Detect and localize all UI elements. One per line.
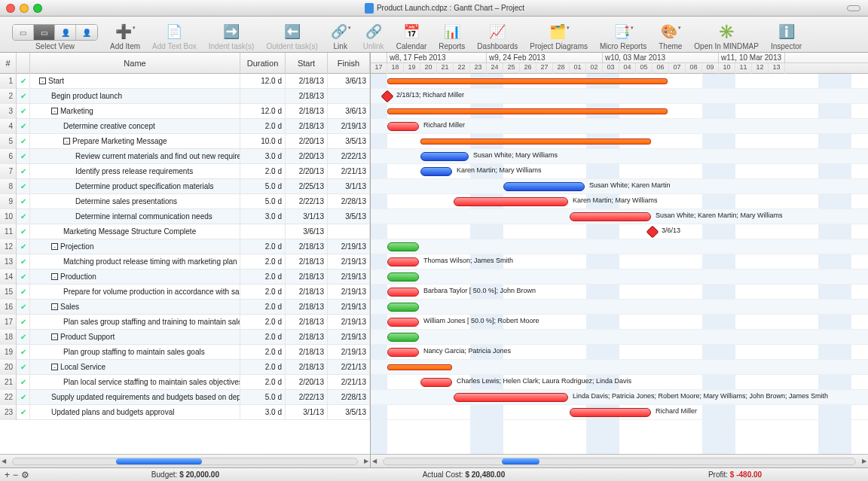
gantt-bar[interactable] xyxy=(387,348,419,357)
task-name-cell[interactable]: Determine product specification material… xyxy=(30,179,240,194)
finish-cell[interactable]: 3/6/13 xyxy=(328,74,370,89)
theme-button[interactable]: 🎨▾ Theme xyxy=(659,17,682,50)
start-cell[interactable]: 2/25/13 xyxy=(286,179,328,194)
start-cell[interactable]: 2/18/13 xyxy=(286,254,328,269)
task-name-cell[interactable]: Matching product release timing with mar… xyxy=(30,254,240,269)
task-row[interactable]: 21✔Plan local service staffing to mainta… xyxy=(0,375,370,390)
gantt-bar[interactable] xyxy=(387,364,452,370)
task-name-cell[interactable]: -Prepare Marketing Message xyxy=(30,134,240,149)
start-cell[interactable]: 2/18/13 xyxy=(286,239,328,254)
task-name-cell[interactable]: -Start xyxy=(30,74,240,89)
gantt-bar[interactable] xyxy=(387,333,419,342)
col-start[interactable]: Start xyxy=(286,53,328,74)
minimize-window-button[interactable] xyxy=(20,4,29,13)
duration-cell[interactable]: 2.0 d xyxy=(240,375,286,390)
finish-cell[interactable]: 2/28/13 xyxy=(328,390,370,405)
task-row[interactable]: 4✔Determine creative concept2.0 d2/18/13… xyxy=(0,119,370,134)
start-cell[interactable]: 2/22/13 xyxy=(286,390,328,405)
task-name-cell[interactable]: -Sales xyxy=(30,300,240,315)
add-item-button[interactable]: ➕▾ Add Item xyxy=(110,17,140,50)
task-name-cell[interactable]: -Marketing xyxy=(30,104,240,119)
task-row[interactable]: 11✔Marketing Message Structure Complete3… xyxy=(0,224,370,239)
task-name-cell[interactable]: Plan group staffing to maintain sales go… xyxy=(30,345,240,360)
duration-cell[interactable]: 5.0 d xyxy=(240,179,286,194)
finish-cell[interactable]: 3/6/13 xyxy=(328,104,370,119)
task-name-cell[interactable]: Begin product launch xyxy=(30,89,240,104)
finish-cell[interactable] xyxy=(328,89,370,104)
gantt-bar[interactable] xyxy=(454,197,568,206)
gantt-bar[interactable] xyxy=(454,393,568,402)
duration-cell[interactable] xyxy=(240,224,286,239)
outline-toggle[interactable]: - xyxy=(51,303,58,310)
finish-cell[interactable]: 3/5/13 xyxy=(328,134,370,149)
task-row[interactable]: 17✔Plan sales group staffing and trainin… xyxy=(0,315,370,330)
duration-cell[interactable]: 2.0 d xyxy=(240,239,286,254)
outline-toggle[interactable]: - xyxy=(51,243,58,250)
duration-cell[interactable]: 2.0 d xyxy=(240,330,286,345)
task-row[interactable]: 7✔Identify press release requirements2.0… xyxy=(0,164,370,179)
link-button[interactable]: 🔗▾ Link xyxy=(330,17,351,50)
calendar-button[interactable]: 📅 Calendar xyxy=(396,17,427,50)
start-cell[interactable]: 2/18/13 xyxy=(286,119,328,134)
gantt-bar[interactable] xyxy=(387,108,668,114)
task-row[interactable]: 20✔-Local Service2.0 d2/18/132/21/13 xyxy=(0,360,370,375)
start-cell[interactable]: 3/1/13 xyxy=(286,405,328,420)
start-cell[interactable]: 2/18/13 xyxy=(286,345,328,360)
task-row[interactable]: 13✔Matching product release timing with … xyxy=(0,254,370,269)
task-name-cell[interactable]: Plan sales group staffing and training t… xyxy=(30,315,240,330)
start-cell[interactable]: 2/20/13 xyxy=(286,149,328,164)
duration-cell[interactable]: 12.0 d xyxy=(240,74,286,89)
start-cell[interactable]: 2/22/13 xyxy=(286,194,328,209)
duration-cell[interactable]: 2.0 d xyxy=(240,254,286,269)
task-name-cell[interactable]: -Projection xyxy=(30,239,240,254)
start-cell[interactable]: 2/18/13 xyxy=(286,89,328,104)
finish-cell[interactable]: 2/19/13 xyxy=(328,345,370,360)
duration-cell[interactable]: 2.0 d xyxy=(240,300,286,315)
duration-cell[interactable]: 3.0 d xyxy=(240,405,286,420)
horizontal-scrollbar[interactable] xyxy=(12,458,358,465)
col-name[interactable]: Name xyxy=(30,53,240,74)
start-cell[interactable]: 2/18/13 xyxy=(286,300,328,315)
finish-cell[interactable]: 3/5/13 xyxy=(328,405,370,420)
settings-gear-icon[interactable]: ⚙ xyxy=(21,470,29,480)
outline-toggle[interactable]: - xyxy=(51,108,58,114)
indent-button[interactable]: ➡️ Indent task(s) xyxy=(209,17,255,50)
scroll-right-arrow[interactable]: ▶ xyxy=(362,458,370,464)
task-row[interactable]: 19✔Plan group staffing to maintain sales… xyxy=(0,345,370,360)
micro-reports-button[interactable]: 📑▾ Micro Reports xyxy=(600,17,646,50)
view-mode-1[interactable]: ▭ xyxy=(13,25,34,40)
duration-cell[interactable]: 2.0 d xyxy=(240,345,286,360)
task-row[interactable]: 16✔-Sales2.0 d2/18/132/19/13 xyxy=(0,300,370,315)
duration-cell[interactable]: 2.0 d xyxy=(240,269,286,285)
col-duration[interactable]: Duration xyxy=(240,53,286,74)
start-cell[interactable]: 2/18/13 xyxy=(286,330,328,345)
start-cell[interactable]: 2/18/13 xyxy=(286,315,328,330)
duration-cell[interactable]: 2.0 d xyxy=(240,315,286,330)
milestone-marker[interactable] xyxy=(646,226,659,239)
start-cell[interactable]: 2/18/13 xyxy=(286,285,328,300)
finish-cell[interactable]: 3/5/13 xyxy=(328,209,370,224)
gantt-bar[interactable] xyxy=(387,242,419,251)
task-name-cell[interactable]: Plan local service staffing to maintain … xyxy=(30,375,240,390)
start-cell[interactable]: 2/18/13 xyxy=(286,104,328,119)
gantt-bar[interactable] xyxy=(420,139,651,145)
zoom-window-button[interactable] xyxy=(33,4,42,13)
gantt-bar[interactable] xyxy=(570,408,651,417)
gantt-bar[interactable] xyxy=(387,78,668,84)
task-name-cell[interactable]: Determine internal communication needs xyxy=(30,209,240,224)
duration-cell[interactable]: 3.0 d xyxy=(240,209,286,224)
dashboards-button[interactable]: 📈 Dashboards xyxy=(477,17,518,50)
gantt-bar[interactable] xyxy=(387,318,419,327)
finish-cell[interactable]: 2/19/13 xyxy=(328,269,370,285)
duration-cell[interactable]: 2.0 d xyxy=(240,285,286,300)
task-name-cell[interactable]: -Local Service xyxy=(30,360,240,375)
duration-cell[interactable]: 12.0 d xyxy=(240,104,286,119)
reports-button[interactable]: 📊 Reports xyxy=(439,17,465,50)
task-name-cell[interactable]: Marketing Message Structure Complete xyxy=(30,224,240,239)
start-cell[interactable]: 2/20/13 xyxy=(286,134,328,149)
task-name-cell[interactable]: -Production xyxy=(30,269,240,285)
start-cell[interactable]: 2/18/13 xyxy=(286,269,328,285)
start-cell[interactable]: 2/18/13 xyxy=(286,74,328,89)
outline-toggle[interactable]: - xyxy=(51,364,58,370)
task-row[interactable]: 8✔Determine product specification materi… xyxy=(0,179,370,194)
